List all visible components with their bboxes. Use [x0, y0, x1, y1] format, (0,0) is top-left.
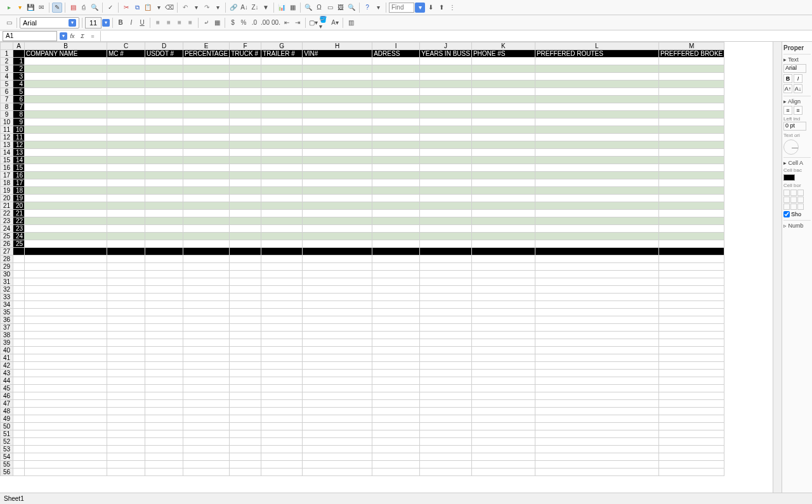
cell[interactable] [183, 149, 230, 157]
cell[interactable] [183, 332, 230, 339]
cell[interactable] [230, 210, 261, 217]
cell[interactable] [261, 362, 303, 370]
cell[interactable] [303, 453, 372, 461]
cell[interactable] [183, 324, 230, 332]
cell[interactable] [372, 468, 420, 476]
cell[interactable] [183, 468, 230, 476]
cell[interactable] [420, 263, 472, 271]
cell[interactable] [145, 202, 183, 210]
cell[interactable] [658, 453, 724, 461]
cell[interactable] [471, 324, 535, 332]
cell-bg-swatch[interactable] [783, 174, 795, 181]
cell[interactable] [471, 225, 535, 233]
cell[interactable] [261, 446, 303, 453]
cell[interactable] [25, 248, 107, 255]
cell[interactable] [145, 301, 183, 309]
cell[interactable] [372, 195, 420, 202]
cell[interactable] [372, 134, 420, 141]
cell[interactable] [183, 415, 230, 423]
cell[interactable] [230, 461, 261, 468]
cell[interactable] [420, 423, 472, 430]
cell[interactable] [25, 81, 107, 88]
cell[interactable] [658, 286, 724, 294]
cell[interactable] [535, 187, 658, 195]
cell[interactable] [261, 81, 303, 88]
sort-asc-icon[interactable]: A↓ [239, 3, 249, 13]
cell[interactable] [183, 58, 230, 65]
cell[interactable] [230, 446, 261, 453]
cell[interactable] [145, 141, 183, 149]
cell[interactable] [303, 408, 372, 415]
cell[interactable] [145, 81, 183, 88]
cell[interactable] [303, 210, 372, 217]
row-header[interactable]: 39 [1, 339, 13, 347]
cell[interactable] [261, 217, 303, 225]
row-header[interactable]: 17 [1, 172, 13, 179]
cell[interactable] [107, 134, 145, 141]
col-header-G[interactable]: G [261, 42, 303, 50]
cell[interactable] [230, 415, 261, 423]
cell[interactable] [107, 263, 145, 271]
cell[interactable] [13, 278, 25, 286]
redo-icon[interactable]: ↷ [202, 3, 212, 13]
cell[interactable] [261, 347, 303, 354]
cell[interactable] [535, 179, 658, 187]
cell[interactable] [230, 354, 261, 362]
cell[interactable] [261, 430, 303, 438]
cell[interactable] [303, 141, 372, 149]
cell[interactable] [420, 96, 472, 103]
cell[interactable] [145, 119, 183, 126]
cell[interactable] [25, 408, 107, 415]
cell[interactable] [303, 278, 372, 286]
cell[interactable] [261, 73, 303, 81]
cell[interactable] [535, 370, 658, 377]
cell[interactable] [535, 347, 658, 354]
cell[interactable] [145, 103, 183, 111]
cell[interactable] [372, 286, 420, 294]
cell[interactable] [183, 271, 230, 278]
cell[interactable]: 5 [13, 88, 25, 96]
cell[interactable] [107, 58, 145, 65]
cell[interactable] [261, 423, 303, 430]
cell[interactable] [261, 415, 303, 423]
header-cell[interactable]: VIN# [303, 50, 372, 58]
cell[interactable] [183, 286, 230, 294]
cell[interactable] [183, 141, 230, 149]
cell[interactable] [420, 81, 472, 88]
cell[interactable] [420, 255, 472, 263]
row-header[interactable]: 37 [1, 324, 13, 332]
cell[interactable] [230, 468, 261, 476]
row-header[interactable]: 12 [1, 134, 13, 141]
cell[interactable] [535, 195, 658, 202]
cell[interactable] [25, 453, 107, 461]
cell[interactable] [303, 111, 372, 119]
cell[interactable] [145, 309, 183, 316]
cell[interactable] [261, 58, 303, 65]
cell[interactable] [420, 271, 472, 278]
cell[interactable] [261, 408, 303, 415]
cell[interactable] [261, 164, 303, 172]
cell[interactable] [658, 332, 724, 339]
row-header[interactable]: 7 [1, 96, 13, 103]
cell[interactable] [145, 157, 183, 164]
cell[interactable] [420, 179, 472, 187]
cell[interactable] [13, 362, 25, 370]
left-indent-input[interactable]: 0 pt [783, 122, 806, 131]
cell[interactable] [372, 408, 420, 415]
cell[interactable] [372, 461, 420, 468]
fx-icon[interactable]: fx [68, 32, 77, 41]
cell[interactable] [372, 400, 420, 408]
cell[interactable] [658, 73, 724, 81]
cell[interactable] [107, 103, 145, 111]
cell[interactable] [261, 263, 303, 271]
find-prev-icon[interactable]: ⬆ [436, 3, 447, 13]
cell[interactable] [372, 377, 420, 385]
cell[interactable] [658, 309, 724, 316]
cell[interactable] [420, 164, 472, 172]
cell[interactable] [372, 309, 420, 316]
cell[interactable] [183, 430, 230, 438]
align-right-icon[interactable]: ≡ [174, 18, 185, 28]
cell[interactable] [303, 187, 372, 195]
cell[interactable] [145, 324, 183, 332]
cell[interactable] [303, 217, 372, 225]
